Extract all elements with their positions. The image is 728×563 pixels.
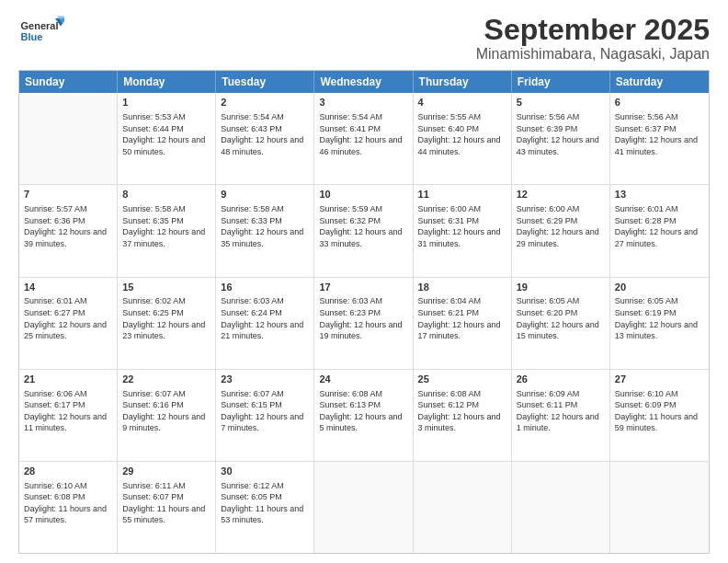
calendar-cell: 16Sunrise: 6:03 AMSunset: 6:24 PMDayligh… <box>216 278 314 369</box>
header: General Blue September 2025 Minamishimab… <box>18 14 710 63</box>
calendar-cell: 24Sunrise: 6:08 AMSunset: 6:13 PMDayligh… <box>314 370 413 461</box>
calendar-cell: 2Sunrise: 5:54 AMSunset: 6:43 PMDaylight… <box>216 93 314 184</box>
day-number: 27 <box>615 373 704 386</box>
calendar-cell: 27Sunrise: 6:10 AMSunset: 6:09 PMDayligh… <box>610 370 709 461</box>
calendar-cell: 5Sunrise: 5:56 AMSunset: 6:39 PMDaylight… <box>512 93 610 184</box>
svg-text:Blue: Blue <box>21 31 43 42</box>
cell-info: Sunrise: 5:56 AMSunset: 6:39 PMDaylight:… <box>517 111 605 157</box>
cell-info: Sunrise: 6:06 AMSunset: 6:17 PMDaylight:… <box>24 388 112 434</box>
day-number: 25 <box>418 373 506 386</box>
day-number: 15 <box>122 281 210 294</box>
calendar-cell: 29Sunrise: 6:11 AMSunset: 6:07 PMDayligh… <box>118 462 216 553</box>
calendar-cell: 3Sunrise: 5:54 AMSunset: 6:41 PMDaylight… <box>314 93 413 184</box>
day-number: 24 <box>319 373 407 386</box>
page-subtitle: Minamishimabara, Nagasaki, Japan <box>476 46 710 63</box>
day-header-wednesday: Wednesday <box>314 71 413 93</box>
day-number: 26 <box>517 373 605 386</box>
calendar-cell: 23Sunrise: 6:07 AMSunset: 6:15 PMDayligh… <box>216 370 314 461</box>
calendar-cell: 7Sunrise: 5:57 AMSunset: 6:36 PMDaylight… <box>19 185 118 276</box>
calendar-cell: 30Sunrise: 6:12 AMSunset: 6:05 PMDayligh… <box>216 462 314 553</box>
cell-info: Sunrise: 6:09 AMSunset: 6:11 PMDaylight:… <box>517 388 605 434</box>
calendar-row-1: 7Sunrise: 5:57 AMSunset: 6:36 PMDaylight… <box>19 185 709 277</box>
day-number: 21 <box>24 373 112 386</box>
calendar: SundayMondayTuesdayWednesdayThursdayFrid… <box>18 70 710 554</box>
day-header-friday: Friday <box>512 71 610 93</box>
cell-info: Sunrise: 6:05 AMSunset: 6:19 PMDaylight:… <box>615 295 704 341</box>
day-number: 6 <box>615 96 704 109</box>
cell-info: Sunrise: 6:04 AMSunset: 6:21 PMDaylight:… <box>418 295 506 341</box>
day-number: 19 <box>517 281 605 294</box>
calendar-cell: 25Sunrise: 6:08 AMSunset: 6:12 PMDayligh… <box>414 370 512 461</box>
day-number: 12 <box>517 188 605 201</box>
calendar-cell: 26Sunrise: 6:09 AMSunset: 6:11 PMDayligh… <box>512 370 610 461</box>
cell-info: Sunrise: 5:53 AMSunset: 6:44 PMDaylight:… <box>122 111 210 157</box>
cell-info: Sunrise: 5:55 AMSunset: 6:40 PMDaylight:… <box>418 111 506 157</box>
calendar-row-4: 28Sunrise: 6:10 AMSunset: 6:08 PMDayligh… <box>19 462 709 553</box>
calendar-cell: 21Sunrise: 6:06 AMSunset: 6:17 PMDayligh… <box>19 370 118 461</box>
title-area: September 2025 Minamishimabara, Nagasaki… <box>476 14 710 63</box>
logo-svg: General Blue <box>18 14 64 51</box>
cell-info: Sunrise: 6:03 AMSunset: 6:24 PMDaylight:… <box>221 295 309 341</box>
calendar-cell: 22Sunrise: 6:07 AMSunset: 6:16 PMDayligh… <box>118 370 216 461</box>
day-header-thursday: Thursday <box>414 71 512 93</box>
cell-info: Sunrise: 6:08 AMSunset: 6:12 PMDaylight:… <box>418 388 506 434</box>
calendar-cell <box>19 93 118 184</box>
cell-info: Sunrise: 6:02 AMSunset: 6:25 PMDaylight:… <box>122 295 210 341</box>
cell-info: Sunrise: 5:54 AMSunset: 6:41 PMDaylight:… <box>319 111 407 157</box>
day-number: 5 <box>517 96 605 109</box>
cell-info: Sunrise: 5:58 AMSunset: 6:33 PMDaylight:… <box>221 203 309 249</box>
day-number: 8 <box>122 188 210 201</box>
calendar-cell: 17Sunrise: 6:03 AMSunset: 6:23 PMDayligh… <box>314 278 413 369</box>
calendar-cell: 12Sunrise: 6:00 AMSunset: 6:29 PMDayligh… <box>512 185 610 276</box>
cell-info: Sunrise: 6:10 AMSunset: 6:09 PMDaylight:… <box>615 388 704 434</box>
day-number: 23 <box>221 373 309 386</box>
cell-info: Sunrise: 6:11 AMSunset: 6:07 PMDaylight:… <box>122 480 210 526</box>
calendar-cell: 10Sunrise: 5:59 AMSunset: 6:32 PMDayligh… <box>314 185 413 276</box>
day-number: 1 <box>122 96 210 109</box>
cell-info: Sunrise: 6:01 AMSunset: 6:27 PMDaylight:… <box>24 295 112 341</box>
calendar-cell: 9Sunrise: 5:58 AMSunset: 6:33 PMDaylight… <box>216 185 314 276</box>
day-number: 30 <box>221 465 309 478</box>
calendar-cell <box>314 462 413 553</box>
day-number: 29 <box>122 465 210 478</box>
day-number: 10 <box>319 188 407 201</box>
calendar-cell: 20Sunrise: 6:05 AMSunset: 6:19 PMDayligh… <box>610 278 709 369</box>
cell-info: Sunrise: 6:10 AMSunset: 6:08 PMDaylight:… <box>24 480 112 526</box>
cell-info: Sunrise: 6:07 AMSunset: 6:15 PMDaylight:… <box>221 388 309 434</box>
day-header-tuesday: Tuesday <box>216 71 314 93</box>
cell-info: Sunrise: 5:56 AMSunset: 6:37 PMDaylight:… <box>615 111 704 157</box>
svg-text:General: General <box>21 20 59 31</box>
calendar-cell: 13Sunrise: 6:01 AMSunset: 6:28 PMDayligh… <box>610 185 709 276</box>
day-number: 13 <box>615 188 704 201</box>
day-header-saturday: Saturday <box>610 71 709 93</box>
day-number: 22 <box>122 373 210 386</box>
calendar-cell: 15Sunrise: 6:02 AMSunset: 6:25 PMDayligh… <box>118 278 216 369</box>
calendar-cell: 6Sunrise: 5:56 AMSunset: 6:37 PMDaylight… <box>610 93 709 184</box>
cell-info: Sunrise: 5:58 AMSunset: 6:35 PMDaylight:… <box>122 203 210 249</box>
day-number: 7 <box>24 188 112 201</box>
day-number: 3 <box>319 96 407 109</box>
day-number: 9 <box>221 188 309 201</box>
calendar-cell <box>610 462 709 553</box>
day-number: 17 <box>319 281 407 294</box>
calendar-cell: 18Sunrise: 6:04 AMSunset: 6:21 PMDayligh… <box>414 278 512 369</box>
calendar-cell: 4Sunrise: 5:55 AMSunset: 6:40 PMDaylight… <box>414 93 512 184</box>
day-number: 11 <box>418 188 506 201</box>
cell-info: Sunrise: 6:07 AMSunset: 6:16 PMDaylight:… <box>122 388 210 434</box>
calendar-cell: 19Sunrise: 6:05 AMSunset: 6:20 PMDayligh… <box>512 278 610 369</box>
day-number: 14 <box>24 281 112 294</box>
day-header-sunday: Sunday <box>19 71 118 93</box>
calendar-cell <box>414 462 512 553</box>
day-number: 28 <box>24 465 112 478</box>
day-header-monday: Monday <box>118 71 216 93</box>
cell-info: Sunrise: 5:59 AMSunset: 6:32 PMDaylight:… <box>319 203 407 249</box>
calendar-row-2: 14Sunrise: 6:01 AMSunset: 6:27 PMDayligh… <box>19 278 709 370</box>
cell-info: Sunrise: 5:54 AMSunset: 6:43 PMDaylight:… <box>221 111 309 157</box>
calendar-cell: 1Sunrise: 5:53 AMSunset: 6:44 PMDaylight… <box>118 93 216 184</box>
day-number: 2 <box>221 96 309 109</box>
page-title: September 2025 <box>476 14 710 46</box>
calendar-cell: 11Sunrise: 6:00 AMSunset: 6:31 PMDayligh… <box>414 185 512 276</box>
cell-info: Sunrise: 6:00 AMSunset: 6:31 PMDaylight:… <box>418 203 506 249</box>
cell-info: Sunrise: 6:03 AMSunset: 6:23 PMDaylight:… <box>319 295 407 341</box>
calendar-cell <box>512 462 610 553</box>
